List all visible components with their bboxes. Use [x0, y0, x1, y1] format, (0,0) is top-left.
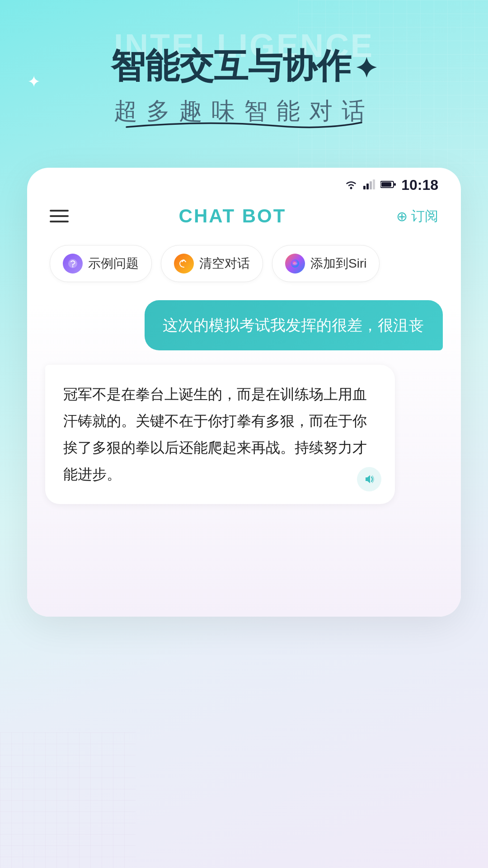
bot-message-bubble: 冠军不是在拳台上诞生的，而是在训练场上用血汗铸就的。关键不在于你打拳有多狠，而在… — [45, 365, 395, 505]
svg-rect-4 — [366, 184, 369, 189]
svg-point-2 — [350, 187, 352, 189]
battery-icon — [380, 180, 396, 190]
signal-icon — [363, 179, 375, 191]
hero-title: 智能交互与协作✦ — [36, 45, 452, 86]
siri-label: 添加到Siri — [310, 255, 366, 272]
example-icon — [63, 254, 83, 274]
subscribe-button[interactable]: ⊕ 订阅 — [396, 207, 438, 226]
svg-rect-3 — [363, 186, 366, 189]
hero-subtitle-container: 超多趣味智能对话 — [114, 95, 374, 127]
hero-subtitle: 超多趣味智能对话 — [114, 95, 374, 127]
quick-actions-row: 示例问题 清空对话 — [27, 241, 461, 300]
status-bar: 10:18 — [27, 168, 461, 198]
subscribe-label: 订阅 — [411, 207, 438, 226]
add-siri-chip[interactable]: 添加到Siri — [272, 245, 380, 282]
status-icons: 10:18 — [344, 177, 438, 193]
clear-label: 清空对话 — [199, 255, 250, 272]
clear-chat-chip[interactable]: 清空对话 — [161, 245, 263, 282]
svg-rect-8 — [381, 182, 391, 187]
siri-icon — [285, 254, 305, 274]
status-time: 10:18 — [401, 177, 438, 193]
app-title: CHAT BOT — [179, 205, 286, 227]
clear-icon — [174, 254, 194, 274]
speaker-button[interactable] — [357, 467, 381, 491]
svg-rect-9 — [394, 183, 396, 186]
subscribe-plus-icon: ⊕ — [396, 208, 408, 224]
star-icon: ✦ — [355, 52, 377, 85]
svg-rect-6 — [373, 179, 375, 189]
svg-rect-5 — [370, 181, 372, 189]
chat-area: 这次的模拟考试我发挥的很差，很沮丧 冠军不是在拳台上诞生的，而是在训练场上用血汗… — [27, 300, 461, 617]
hamburger-button[interactable] — [50, 210, 69, 222]
example-questions-chip[interactable]: 示例问题 — [50, 245, 152, 282]
svg-point-13 — [293, 262, 297, 265]
example-label: 示例问题 — [88, 255, 139, 272]
svg-point-11 — [72, 266, 73, 267]
app-header: CHAT BOT ⊕ 订阅 — [27, 198, 461, 241]
user-message-bubble: 这次的模拟考试我发挥的很差，很沮丧 — [145, 300, 443, 350]
phone-card: 10:18 CHAT BOT ⊕ 订阅 示例问题 — [27, 168, 461, 617]
svg-rect-1 — [0, 732, 136, 868]
wifi-icon — [344, 179, 358, 191]
hero-section: INTELLIGENCE ✦ 智能交互与协作✦ 超多趣味智能对话 — [0, 0, 488, 154]
